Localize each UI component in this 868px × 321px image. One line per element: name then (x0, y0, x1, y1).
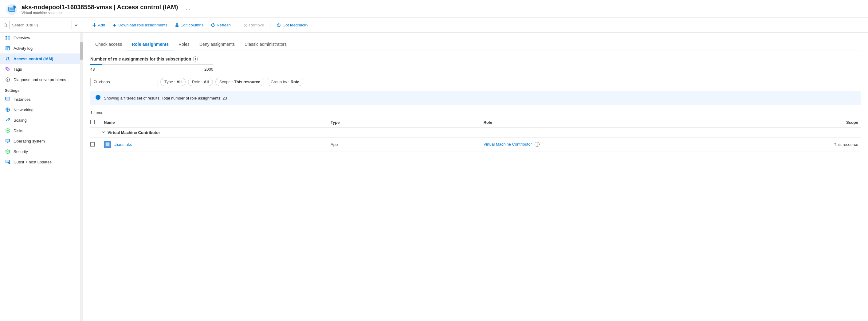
filter-chip-role[interactable]: Role : All (188, 78, 213, 86)
security-icon (5, 149, 10, 154)
remove-icon (243, 23, 248, 27)
sidebar-collapse-button[interactable]: « (74, 23, 79, 28)
app-icon (104, 141, 111, 148)
items-count: 1 items (90, 110, 861, 115)
sidebar-item-label-diagnose: Diagnose and solve problems (13, 77, 66, 82)
info-banner-text: Showing a filtered set of results. Total… (104, 96, 227, 100)
svg-point-45 (278, 26, 279, 26)
tab-label-check-access: Check access (95, 42, 122, 47)
filter-chip-type[interactable]: Type : All (160, 78, 186, 86)
sidebar-item-networking[interactable]: Networking (0, 104, 80, 115)
svg-line-47 (96, 83, 97, 84)
add-button[interactable]: Add (89, 21, 108, 29)
select-all-checkbox[interactable] (90, 120, 95, 124)
svg-line-7 (6, 26, 7, 26)
count-max: 2000 (204, 67, 213, 71)
download-button[interactable]: Download role assignments (110, 21, 170, 29)
sidebar-item-scaling[interactable]: Scaling (0, 115, 80, 125)
sidebar-item-label-scaling: Scaling (13, 118, 27, 123)
filter-search-input[interactable] (99, 79, 155, 84)
table-row: chaos-aks App Virtual Machine Contributo… (90, 138, 861, 152)
feedback-label: Got feedback? (282, 23, 309, 27)
remove-label: Remove (249, 23, 264, 27)
sidebar-item-activity-log[interactable]: Activity log (0, 43, 80, 54)
svg-point-17 (7, 58, 8, 58)
group-collapse-icon[interactable] (101, 130, 105, 135)
tab-classic-admin[interactable]: Classic administrators (240, 39, 291, 51)
add-icon (92, 23, 96, 27)
filter-search-icon (94, 80, 97, 84)
svg-point-18 (6, 68, 7, 68)
role-info-icon[interactable]: i (535, 142, 539, 147)
sidebar-item-diagnose[interactable]: Diagnose and solve problems (0, 74, 80, 85)
sidebar-item-os[interactable]: Operating system (0, 136, 80, 146)
table-container: 1 items Name Type Role Scope (90, 110, 861, 152)
remove-button[interactable]: Remove (240, 21, 267, 29)
svg-point-28 (6, 131, 9, 132)
more-options-button[interactable]: ··· (185, 6, 190, 13)
svg-rect-29 (6, 139, 9, 142)
filter-chip-groupby[interactable]: Group by : Role (267, 78, 303, 86)
info-banner: i Showing a filtered set of results. Tot… (90, 91, 861, 105)
count-section: Number of role assignments for this subs… (90, 57, 861, 71)
header-name: Name (101, 120, 328, 125)
sidebar-search-input[interactable] (9, 21, 72, 29)
tab-label-role-assignments: Role assignments (132, 42, 169, 47)
sidebar-scrollbar[interactable] (80, 33, 83, 321)
chip-key-groupby: Group by : (271, 79, 289, 84)
sidebar-item-access-control[interactable]: Access control (IAM) (0, 54, 80, 64)
svg-point-21 (7, 80, 8, 81)
chip-key-type: Type : (164, 79, 175, 84)
row-name-link[interactable]: chaos-aks (114, 142, 132, 147)
sidebar-item-overview[interactable]: Overview (0, 33, 80, 43)
edit-columns-icon (175, 23, 179, 27)
refresh-icon (211, 23, 215, 27)
sidebar-item-instances[interactable]: Instances (0, 94, 80, 104)
sidebar-item-label-access: Access control (IAM) (13, 57, 53, 61)
header-role: Role (481, 120, 708, 125)
feedback-icon (277, 23, 281, 27)
tab-deny-assignments[interactable]: Deny assignments (194, 39, 240, 51)
row-check (90, 142, 101, 147)
count-bar-fill (90, 64, 102, 65)
activity-icon (5, 45, 10, 51)
tags-icon (5, 66, 10, 72)
refresh-button[interactable]: Refresh (208, 21, 234, 29)
count-numbers: 48 2000 (90, 67, 213, 71)
sidebar-scroll-thumb[interactable] (80, 42, 83, 60)
sidebar-item-security[interactable]: Security (0, 146, 80, 157)
sidebar-item-disks[interactable]: Disks (0, 125, 80, 136)
sidebar-item-guest-host[interactable]: Guest + host updates (0, 157, 80, 167)
group-row-vm-contributor: Virtual Machine Contributor (90, 128, 861, 138)
count-label-text: Number of role assignments for this subs… (90, 57, 191, 61)
tab-roles[interactable]: Roles (174, 39, 194, 51)
row-type: App (328, 142, 481, 147)
page-subtitle: Virtual machine scale set (22, 11, 178, 15)
sidebar-item-label-os: Operating system (13, 139, 45, 143)
chip-key-role: Role : (192, 79, 203, 84)
sidebar-item-label-instances: Instances (13, 97, 31, 102)
disks-icon (5, 128, 10, 133)
page-title: aks-nodepool1-16038558-vmss | Access con… (22, 4, 178, 11)
filters-container: Type : All Role : All Scope : This resou… (90, 78, 861, 86)
feedback-button[interactable]: Got feedback? (274, 21, 312, 29)
edit-columns-button[interactable]: Edit columns (172, 21, 207, 29)
download-label: Download role assignments (118, 23, 167, 27)
sidebar-search-container: « (0, 18, 83, 33)
sidebar-item-label-disks: Disks (13, 128, 23, 133)
row-checkbox[interactable] (90, 142, 95, 147)
sidebar-item-tags[interactable]: Tags (0, 64, 80, 74)
filter-chip-scope[interactable]: Scope : This resource (215, 78, 264, 86)
tab-role-assignments[interactable]: Role assignments (127, 39, 174, 51)
chip-val-role: All (204, 79, 209, 84)
sidebar-item-label-tags: Tags (13, 67, 22, 71)
count-info-icon[interactable]: i (193, 57, 198, 61)
row-role-link[interactable]: Virtual Machine Contributor (484, 142, 532, 147)
sidebar-item-label-activity: Activity log (13, 46, 33, 51)
count-bar (90, 64, 213, 65)
svg-rect-11 (8, 38, 10, 40)
sidebar-item-label-security: Security (13, 149, 28, 154)
svg-rect-22 (5, 97, 10, 100)
sidebar: « Overview Activity log (0, 18, 83, 321)
tab-check-access[interactable]: Check access (90, 39, 127, 51)
